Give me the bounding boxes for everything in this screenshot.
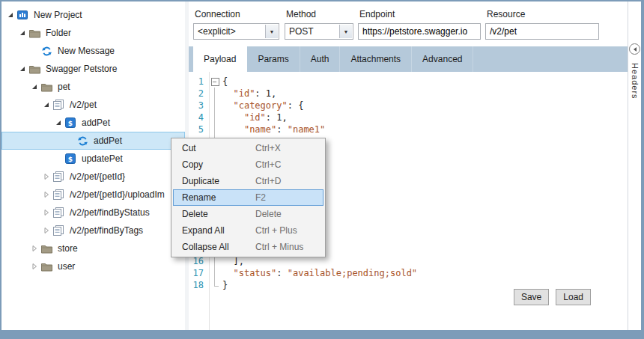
endpoint-label: Endpoint bbox=[359, 9, 481, 19]
code-text: "status": "available;pending;sold" bbox=[222, 267, 417, 279]
code-text: "category": { bbox=[222, 100, 303, 112]
tree-item[interactable]: /v2/pet/findByTags bbox=[1, 222, 185, 239]
project-icon bbox=[16, 9, 28, 21]
fold-collapse-icon[interactable] bbox=[211, 76, 222, 88]
menu-item-copy[interactable]: Copy Ctrl+C bbox=[171, 156, 325, 173]
tree-expander-icon[interactable] bbox=[16, 63, 28, 75]
tree-expander-icon[interactable] bbox=[52, 117, 64, 129]
tree-item[interactable]: Swagger Petstore bbox=[1, 60, 185, 78]
svg-text:$: $ bbox=[68, 156, 73, 163]
menu-item-duplicate[interactable]: Duplicate Ctrl+D bbox=[171, 173, 325, 189]
folder-icon bbox=[40, 260, 52, 272]
tab-label: Payload bbox=[204, 54, 236, 64]
tree-item[interactable]: $ updatePet bbox=[1, 150, 185, 168]
line-number: 5 bbox=[189, 123, 207, 135]
tree-item[interactable]: /v2/pet/{petId} bbox=[1, 168, 185, 186]
tab-strip: Payload Params Auth Attachments Advanced bbox=[189, 46, 628, 72]
resource-icon bbox=[52, 225, 64, 236]
method-icon: $ bbox=[64, 117, 76, 129]
tree-expander-icon[interactable] bbox=[40, 189, 52, 201]
tree-item[interactable]: pet bbox=[1, 78, 185, 96]
expand-headers-button[interactable] bbox=[629, 43, 640, 55]
tree-item-label: /v2/pet bbox=[67, 100, 99, 110]
resource-icon bbox=[52, 171, 64, 183]
tree-item[interactable]: /v2/pet/{petId}/uploadIm bbox=[1, 186, 185, 204]
connection-field: Connection <explicit> ▼ bbox=[193, 9, 279, 40]
save-button[interactable]: Save bbox=[514, 289, 549, 305]
method-select[interactable]: POST ▼ bbox=[285, 23, 353, 40]
code-line[interactable]: 4 "id": 1, bbox=[189, 112, 628, 123]
fold-marker bbox=[211, 279, 222, 291]
tree-expander-icon[interactable] bbox=[4, 9, 16, 21]
tree-expander-icon[interactable] bbox=[40, 99, 52, 111]
tab-payload[interactable]: Payload bbox=[193, 46, 247, 72]
code-line[interactable]: 2 "id": 1, bbox=[189, 88, 628, 100]
tree-item[interactable]: /v2/pet bbox=[1, 96, 185, 114]
menu-item-label: Delete bbox=[182, 209, 255, 219]
tab-attachments[interactable]: Attachments bbox=[340, 46, 412, 72]
tree-item[interactable]: user bbox=[1, 257, 185, 275]
headers-panel-label[interactable]: Headers bbox=[631, 63, 640, 100]
tree-item-label: updatePet bbox=[79, 153, 125, 164]
tree-expander-icon[interactable] bbox=[28, 260, 40, 272]
code-line[interactable]: 17 "status": "available;pending;sold" bbox=[189, 267, 628, 279]
tab-label: Attachments bbox=[350, 54, 401, 64]
tree-item[interactable]: New Project bbox=[1, 6, 185, 24]
chevron-down-icon: ▼ bbox=[265, 25, 278, 38]
folder-icon bbox=[28, 63, 40, 75]
folder-icon bbox=[40, 81, 52, 93]
line-number: 1 bbox=[189, 76, 207, 88]
line-number: 18 bbox=[189, 279, 207, 291]
code-line[interactable]: 1 { bbox=[189, 76, 628, 88]
folder-icon bbox=[28, 27, 40, 39]
menu-item-cut[interactable]: Cut Ctrl+X bbox=[171, 140, 325, 156]
code-line[interactable]: 5 "name": "name1" bbox=[189, 123, 628, 135]
menu-item-delete[interactable]: Delete Delete bbox=[171, 206, 325, 222]
tree-expander-icon[interactable] bbox=[40, 207, 52, 219]
tree-expander-icon[interactable] bbox=[40, 225, 52, 236]
tree-item-label: addPet bbox=[91, 135, 124, 146]
menu-item-shortcut: F2 bbox=[255, 192, 266, 203]
menu-item-expand-all[interactable]: Expand All Ctrl + Plus bbox=[171, 222, 325, 239]
resource-icon bbox=[52, 189, 64, 201]
menu-item-shortcut: Ctrl+X bbox=[255, 143, 281, 153]
menu-item-label: Expand All bbox=[182, 225, 255, 236]
tree-item[interactable]: New Message bbox=[1, 42, 185, 60]
tab-advanced[interactable]: Advanced bbox=[412, 46, 473, 72]
tree-expander-icon[interactable] bbox=[28, 242, 40, 254]
resource-label: Resource bbox=[487, 9, 599, 19]
code-text: } bbox=[222, 279, 228, 291]
tree-item[interactable]: $ addPet bbox=[1, 114, 185, 132]
endpoint-input[interactable] bbox=[358, 23, 481, 40]
line-number: 2 bbox=[189, 88, 207, 100]
tree-item[interactable]: store bbox=[1, 239, 185, 257]
tab-label: Params bbox=[258, 54, 288, 64]
line-number: 17 bbox=[189, 267, 207, 279]
resource-field: Resource bbox=[485, 9, 599, 40]
load-button[interactable]: Load bbox=[556, 289, 591, 305]
code-text: { bbox=[222, 76, 228, 88]
menu-item-label: Duplicate bbox=[182, 176, 255, 186]
tree-item[interactable]: /v2/pet/findByStatus bbox=[1, 204, 185, 222]
tree-item[interactable]: addPet bbox=[1, 132, 185, 150]
menu-item-rename[interactable]: Rename F2 bbox=[173, 189, 323, 206]
tab-params[interactable]: Params bbox=[247, 46, 300, 72]
menu-item-collapse-all[interactable]: Collapse All Ctrl + Minus bbox=[171, 239, 325, 255]
tree-expander-icon[interactable] bbox=[40, 171, 52, 183]
tree-item-label: Folder bbox=[43, 28, 73, 38]
connection-label: Connection bbox=[195, 9, 279, 19]
connection-select[interactable]: <explicit> ▼ bbox=[193, 23, 279, 40]
menu-item-shortcut: Ctrl+C bbox=[255, 159, 281, 170]
tree-expander-icon[interactable] bbox=[16, 27, 28, 39]
tree-expander-icon[interactable] bbox=[28, 81, 40, 93]
tree-item-label: New Project bbox=[31, 10, 85, 20]
resource-input[interactable] bbox=[485, 23, 599, 40]
chevron-down-icon: ▼ bbox=[339, 25, 352, 38]
chevron-left-icon bbox=[634, 47, 637, 52]
method-label: Method bbox=[286, 9, 353, 19]
tree-item[interactable]: Folder bbox=[1, 24, 185, 42]
code-line[interactable]: 3 "category": { bbox=[189, 100, 628, 112]
fold-marker bbox=[211, 88, 222, 100]
line-number: 3 bbox=[189, 100, 207, 112]
tab-auth[interactable]: Auth bbox=[300, 46, 341, 72]
